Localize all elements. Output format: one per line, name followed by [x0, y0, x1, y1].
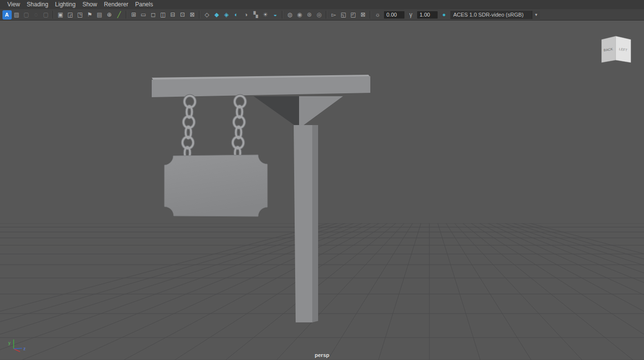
brace-lit-face [299, 96, 343, 128]
toolbar-separator [282, 11, 283, 19]
duplicate-view-icon[interactable]: ◱ [339, 10, 348, 20]
panel-menu-bar: ViewShadingLightingShowRendererPanels [0, 0, 644, 9]
resolution-gate-icon[interactable]: ◻ [149, 10, 158, 20]
pane-layout-icon[interactable]: ◰ [349, 10, 358, 20]
grid-icon[interactable]: ⊞ [129, 10, 139, 20]
view-cube[interactable]: BACK LEFT [602, 36, 631, 63]
exposure-icon[interactable]: ☼ [373, 10, 382, 20]
lock-camera-icon[interactable]: ◳ [76, 10, 85, 20]
snapshot-icon[interactable]: ⊠ [359, 10, 368, 20]
image-icon[interactable]: ▨ [12, 10, 21, 20]
camera-settings-icon[interactable]: ◲ [66, 10, 75, 20]
post-side-face [312, 125, 318, 322]
a-badge-icon[interactable]: A [2, 10, 12, 20]
motion-blur-icon[interactable]: ◉ [295, 10, 304, 20]
safe-action-icon[interactable]: ⊡ [178, 10, 187, 20]
sign-plaque[interactable] [164, 155, 267, 216]
isolate-select-icon[interactable]: ▻ [329, 10, 339, 20]
menu-item-view[interactable]: View [4, 0, 23, 9]
wireframe-on-shaded-icon[interactable]: ◈ [222, 10, 231, 20]
textured-icon[interactable]: ◐ [232, 10, 241, 20]
toolbar-separator [199, 11, 200, 19]
gamma-input[interactable]: 1.00 [417, 11, 438, 19]
brace-shadow-face [254, 96, 299, 128]
color-space-select[interactable]: ACES 1.0 SDR-video (sRGB)▼ [450, 11, 540, 19]
menu-item-panels[interactable]: Panels [132, 0, 157, 9]
image-plane-icon[interactable]: ▤ [95, 10, 104, 20]
hanging-chains [182, 96, 245, 159]
shadows-icon[interactable]: ◒ [271, 10, 280, 20]
use-default-material-icon[interactable]: ◑ [242, 10, 251, 20]
depth-of-field-icon[interactable]: ◎ [315, 10, 324, 20]
wireframe-icon[interactable]: ◇ [202, 10, 212, 20]
film-gate-icon[interactable]: ▭ [139, 10, 148, 20]
beam-front-face [152, 76, 370, 97]
safe-title-icon[interactable]: ⊠ [188, 10, 197, 20]
ground-grid [0, 196, 644, 360]
toolbar-separator [53, 11, 54, 19]
menu-item-shading[interactable]: Shading [23, 0, 52, 9]
exposure-input[interactable]: 0.00 [384, 11, 404, 19]
field-chart-icon[interactable]: ⊟ [168, 10, 178, 20]
gate-mask-icon[interactable]: ◫ [159, 10, 168, 20]
maya-viewport-window: ViewShadingLightingShowRendererPanels A▨… [0, 0, 644, 360]
z-axis-label: z [23, 346, 26, 351]
panel-toolbar: A▨▢◌▢▣◲◳⚑▤⊕╱⊞▭◻◫⊟⊡⊠◇◆◈◐◑▚☀◒◍◉⊛◎▻◱◰⊠☼0.00… [0, 9, 644, 21]
checker-icon[interactable]: ▚ [251, 10, 261, 20]
lighting-icon[interactable]: ☀ [261, 10, 270, 20]
chevron-down-icon[interactable]: ▼ [532, 11, 540, 19]
multisample-icon[interactable]: ⊛ [305, 10, 314, 20]
color-space-value: ACES 1.0 SDR-video (sRGB) [453, 12, 523, 18]
disabled-icon-1[interactable]: ▢ [22, 10, 31, 20]
pan-zoom-icon[interactable]: ⊕ [105, 10, 114, 20]
y-axis-label: y [8, 340, 11, 345]
signpost-model[interactable] [152, 75, 370, 322]
select-camera-icon[interactable]: ▣ [56, 10, 65, 20]
post-front-face [294, 125, 312, 322]
menu-item-show[interactable]: Show [79, 0, 101, 9]
z-axis-line [14, 348, 22, 349]
menu-item-lighting[interactable]: Lighting [52, 0, 79, 9]
toolbar-separator [370, 11, 371, 19]
color-management-icon[interactable]: ● [440, 10, 449, 20]
occlusion-icon[interactable]: ◍ [285, 10, 295, 20]
menu-item-renderer[interactable]: Renderer [101, 0, 132, 9]
disabled-icon-3[interactable]: ▢ [41, 10, 51, 20]
smooth-shade-icon[interactable]: ◆ [212, 10, 221, 20]
toolbar-separator [126, 11, 127, 19]
viewport-3d[interactable]: BACK LEFT y z persp [0, 21, 644, 360]
disabled-icon-2[interactable]: ◌ [32, 10, 41, 20]
bookmark-icon[interactable]: ⚑ [85, 10, 95, 20]
x-axis-line [14, 349, 20, 352]
grease-pencil-icon[interactable]: ╱ [115, 10, 124, 20]
gamma-icon[interactable]: γ [406, 10, 416, 20]
toolbar-separator [326, 11, 327, 19]
